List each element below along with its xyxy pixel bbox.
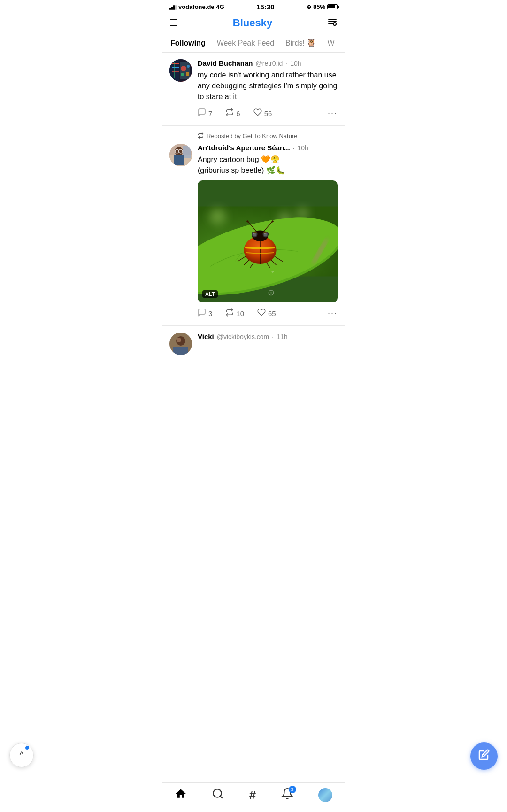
post-header: Vicki @vickiboykis.com · 11h <box>169 333 338 355</box>
repost-by-text: Reposted by Get To Know Nature <box>207 132 297 139</box>
status-time: 15:30 <box>256 3 274 11</box>
svg-rect-15 <box>186 72 189 76</box>
tab-week-peak[interactable]: Week Peak Feed <box>216 34 275 52</box>
hamburger-menu-icon[interactable]: ☰ <box>169 17 178 29</box>
profile-avatar <box>318 788 332 802</box>
like-count: 56 <box>264 109 272 117</box>
post-text: my code isn't working and rather than us… <box>198 70 338 102</box>
post-author-handle: @retr0.id <box>256 60 283 67</box>
hashtag-icon: # <box>249 788 256 803</box>
reply-button[interactable]: 3 <box>198 308 212 319</box>
reply-count: 3 <box>208 309 212 317</box>
tabs-bar: Following Week Peak Feed Birds! 🦉 W <box>162 34 345 53</box>
reply-button[interactable]: 7 <box>198 108 212 119</box>
post-author-handle: @vickiboykis.com <box>217 333 269 340</box>
nav-home[interactable] <box>175 788 187 803</box>
alt-badge[interactable]: ALT <box>202 290 218 298</box>
heart-icon <box>257 308 266 319</box>
heart-icon <box>254 108 262 119</box>
reply-icon <box>198 108 206 119</box>
avatar[interactable] <box>169 333 192 355</box>
nav-profile[interactable] <box>318 788 332 802</box>
post-content: David Buchanan @retr0.id · 10h my code i… <box>198 59 338 119</box>
post-time-dot: · <box>293 144 295 152</box>
app-title: Bluesky <box>233 17 272 29</box>
svg-point-51 <box>246 220 248 222</box>
location-icon: ⊕ <box>307 4 311 10</box>
repost-indicator: Reposted by Get To Know Nature <box>198 132 338 140</box>
post-author-name[interactable]: Vicki <box>198 333 214 340</box>
post-time-value: 11h <box>277 333 287 340</box>
avatar[interactable] <box>169 59 192 82</box>
post-author-name[interactable]: David Buchanan <box>198 59 253 67</box>
like-count: 65 <box>268 309 276 317</box>
post-actions: 7 6 <box>198 108 338 119</box>
repost-indicator-icon <box>198 132 204 140</box>
post-content: An'tdroid's Aperture Séan... · 10h Angry… <box>198 144 338 319</box>
avatar[interactable] <box>169 144 192 166</box>
search-icon <box>212 788 224 803</box>
feed: David Buchanan @retr0.id · 10h my code i… <box>162 53 345 395</box>
signal-icon <box>169 4 177 10</box>
post-header: David Buchanan @retr0.id · 10h my code i… <box>169 59 338 119</box>
svg-point-12 <box>181 66 186 71</box>
battery-icon <box>327 4 338 9</box>
tab-following[interactable]: Following <box>169 34 207 52</box>
svg-point-57 <box>177 338 181 342</box>
home-icon <box>175 788 187 803</box>
post-time: · <box>285 60 287 67</box>
post-content: Vicki @vickiboykis.com · 11h <box>198 333 338 340</box>
repost-icon <box>225 308 234 319</box>
status-right: ⊕ 85% <box>307 3 338 10</box>
like-button[interactable]: 65 <box>257 308 276 319</box>
tab-w[interactable]: W <box>326 34 335 52</box>
post-time-value: 10h <box>298 144 308 152</box>
svg-rect-56 <box>173 347 188 355</box>
svg-point-44 <box>253 233 254 234</box>
post-3-partial: Vicki @vickiboykis.com · 11h <box>162 326 345 358</box>
network-label: 4G <box>216 3 224 10</box>
post-text: Angry cartoon bug 🧡😤(griburius sp beetle… <box>198 154 338 176</box>
svg-text:⌖: ⌖ <box>271 269 274 274</box>
post-header: An'tdroid's Aperture Séan... · 10h Angry… <box>169 144 338 319</box>
svg-rect-14 <box>181 73 184 76</box>
post-time-value: 10h <box>290 60 301 67</box>
reply-icon <box>198 308 206 319</box>
svg-rect-18 <box>183 146 191 158</box>
status-left: vodafone.de 4G <box>169 3 224 10</box>
post-image[interactable]: ⌖ ALT ⊙ <box>198 180 338 302</box>
more-options-button[interactable]: ··· <box>328 309 338 318</box>
reply-count: 7 <box>208 109 212 117</box>
post-actions: 3 10 <box>198 308 338 319</box>
status-bar: vodafone.de 4G 15:30 ⊕ 85% <box>162 0 345 13</box>
like-button[interactable]: 56 <box>254 108 272 119</box>
svg-rect-20 <box>174 155 184 165</box>
svg-point-13 <box>187 65 190 68</box>
more-options-button[interactable]: ··· <box>328 108 338 118</box>
app-header: ☰ Bluesky <box>162 13 345 34</box>
svg-point-3 <box>333 23 336 25</box>
filter-icon[interactable] <box>327 16 338 29</box>
svg-point-58 <box>214 789 222 797</box>
repost-count: 10 <box>236 309 244 317</box>
nav-feeds[interactable]: # <box>249 788 256 803</box>
bottom-nav: # 3 <box>162 782 345 812</box>
repost-count: 6 <box>236 109 240 117</box>
notification-badge: 3 <box>289 786 296 793</box>
post-1: David Buchanan @retr0.id · 10h my code i… <box>162 53 345 126</box>
nav-search[interactable] <box>212 788 224 803</box>
svg-point-52 <box>272 220 274 222</box>
post-2: Reposted by Get To Know Nature <box>162 126 345 326</box>
repost-icon <box>225 108 234 119</box>
repost-button[interactable]: 6 <box>225 108 240 119</box>
tab-birds[interactable]: Birds! 🦉 <box>284 34 317 52</box>
battery-percent: 85% <box>313 3 325 10</box>
nav-notifications[interactable]: 3 <box>281 788 293 803</box>
carrier-label: vodafone.de <box>178 3 215 10</box>
post-author-name[interactable]: An'tdroid's Aperture Séan... <box>198 144 290 152</box>
svg-point-25 <box>205 204 230 229</box>
repost-button[interactable]: 10 <box>225 308 244 319</box>
